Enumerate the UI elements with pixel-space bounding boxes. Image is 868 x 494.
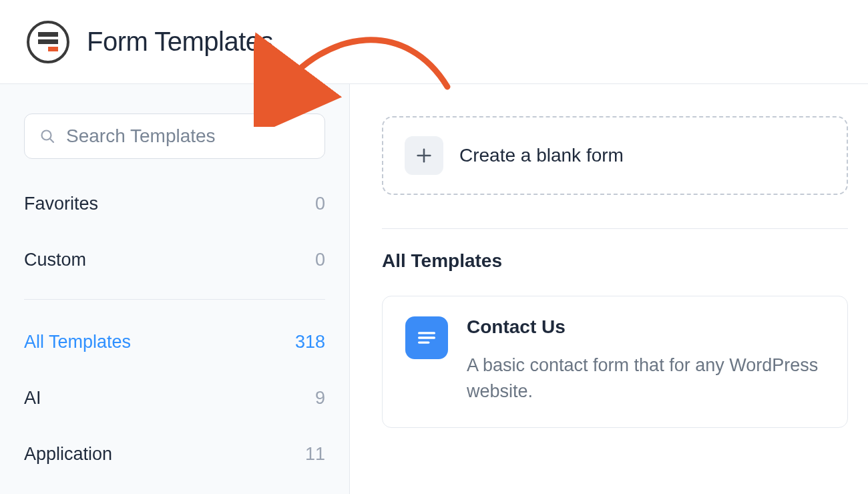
- sidebar-item-count: 11: [305, 444, 325, 465]
- sidebar-item-count: 9: [315, 388, 325, 409]
- sidebar-item-custom[interactable]: Custom 0: [24, 239, 325, 280]
- sidebar-item-all-templates[interactable]: All Templates 318: [24, 321, 325, 362]
- main-divider: [382, 228, 848, 229]
- sidebar-item-ai[interactable]: AI 9: [24, 377, 325, 419]
- sidebar-item-count: 0: [315, 194, 325, 214]
- sidebar-divider: [24, 299, 325, 300]
- sidebar-item-count: 318: [295, 332, 325, 352]
- layout: Favorites 0 Custom 0 All Templates 318 A…: [0, 84, 868, 494]
- sidebar-item-count: 0: [315, 250, 325, 270]
- page-title: Form Templates: [87, 27, 273, 57]
- search-field[interactable]: [24, 113, 325, 159]
- sidebar: Favorites 0 Custom 0 All Templates 318 A…: [0, 84, 350, 494]
- plus-icon: [405, 136, 443, 175]
- main-content: Create a blank form All Templates Contac…: [350, 84, 868, 494]
- header: Form Templates: [0, 0, 868, 84]
- sidebar-item-label: AI: [24, 388, 41, 409]
- template-title: Contact Us: [467, 316, 825, 338]
- logo-icon: [38, 32, 58, 52]
- template-description: A basic contact form that for any WordPr…: [467, 352, 825, 405]
- create-blank-form-label: Create a blank form: [459, 145, 624, 166]
- template-body: Contact Us A basic contact form that for…: [467, 316, 825, 405]
- search-input[interactable]: [66, 126, 310, 147]
- sidebar-item-application[interactable]: Application 11: [24, 433, 325, 475]
- app-logo: [27, 21, 69, 63]
- sidebar-item-label: All Templates: [24, 332, 131, 352]
- sidebar-item-label: Application: [24, 444, 112, 465]
- section-heading: All Templates: [382, 250, 848, 272]
- template-card-contact-us[interactable]: Contact Us A basic contact form that for…: [382, 296, 848, 428]
- sidebar-item-favorites[interactable]: Favorites 0: [24, 183, 325, 224]
- search-icon: [39, 128, 55, 144]
- form-icon: [405, 316, 448, 359]
- sidebar-item-label: Custom: [24, 250, 86, 270]
- create-blank-form-card[interactable]: Create a blank form: [382, 116, 848, 195]
- svg-line-1: [50, 139, 53, 142]
- sidebar-item-label: Favorites: [24, 194, 98, 214]
